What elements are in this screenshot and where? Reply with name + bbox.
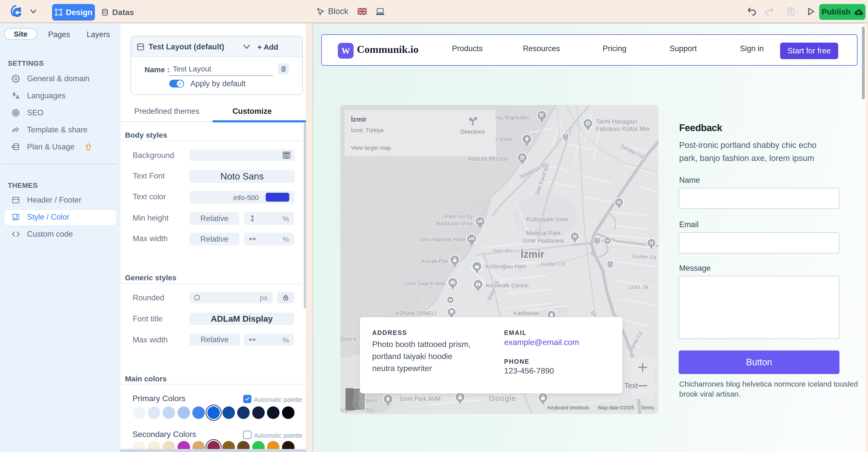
svg-text:Izmir Marriott Hotel: Izmir Marriott Hotel: [419, 236, 466, 243]
svg-text:İzmir Park AVM: İzmir Park AVM: [400, 395, 440, 402]
svg-text:Radisson Izmir: Radisson Izmir: [436, 220, 473, 227]
svg-text:Directions: Directions: [461, 129, 485, 135]
svg-text:Kadifekale: Kadifekale: [514, 310, 539, 316]
svg-text:İzmir Hastanesi: İzmir Hastanesi: [523, 237, 564, 244]
svg-text:Tarihi Havagazı: Tarihi Havagazı: [596, 118, 637, 125]
svg-text:nlu Mamuller: nlu Mamuller: [495, 114, 529, 121]
svg-text:KONAK TÜNELİ: KONAK TÜNELİ: [396, 310, 436, 316]
svg-text:1140. Sk.: 1140. Sk.: [629, 284, 650, 290]
svg-text:M: M: [606, 238, 609, 243]
svg-text:Medical Park: Medical Park: [526, 230, 561, 236]
svg-text:Gazi Blv.: Gazi Blv.: [493, 248, 513, 253]
svg-text:M: M: [449, 298, 452, 302]
svg-text:Keyboard shortcuts: Keyboard shortcuts: [548, 405, 589, 411]
svg-text:View larger map: View larger map: [351, 145, 391, 151]
svg-text:Fabrikası Kültür Mer: Fabrikası Kültür Mer: [596, 125, 650, 132]
svg-text:Park Inn by: Park Inn by: [445, 213, 473, 220]
svg-text:Atatürk Müzesi: Atatürk Müzesi: [468, 155, 508, 162]
svg-text:iyesi: iyesi: [365, 397, 377, 404]
svg-text:İzmir: İzmir: [521, 249, 545, 260]
svg-text:İzmir, Türkiye: İzmir, Türkiye: [351, 127, 384, 133]
svg-text:İzmir: İzmir: [351, 116, 366, 123]
svg-text:H: H: [573, 234, 577, 239]
svg-text:Google: Google: [489, 394, 516, 402]
svg-text:H: H: [650, 240, 653, 246]
svg-text:Map data ©2025: Map data ©2025: [598, 405, 634, 411]
svg-text:H: H: [617, 200, 621, 205]
svg-text:İzmir Saat Kulesi: İzmir Saat Kulesi: [404, 280, 445, 286]
svg-text:Text: Text: [624, 381, 638, 390]
svg-text:Kültürpark İzmir: Kültürpark İzmir: [526, 216, 568, 223]
svg-text:Gaziler Cd: Gaziler Cd: [541, 261, 565, 267]
svg-text:Terms: Terms: [641, 405, 654, 411]
svg-text:Kızlarağası Hanı: Kızlarağası Hanı: [485, 263, 526, 270]
svg-text:Konak Pier: Konak Pier: [422, 258, 448, 264]
svg-text:Özel K: Özel K: [340, 336, 357, 342]
